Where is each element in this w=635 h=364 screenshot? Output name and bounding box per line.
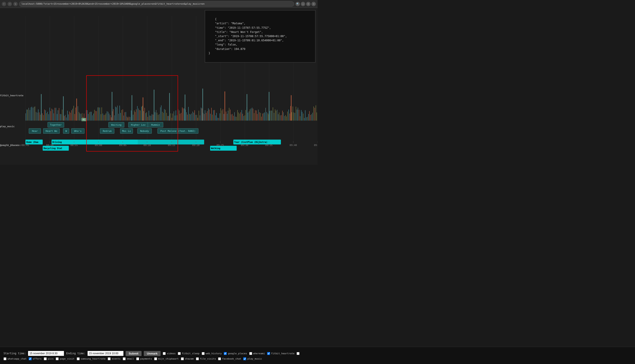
music-pill-heartwo[interactable]: Heart Wo bbox=[43, 128, 60, 134]
hr-bar bbox=[211, 108, 212, 120]
hr-bar bbox=[101, 114, 101, 120]
hr-bar bbox=[286, 116, 287, 120]
music-pill-postmalone[interactable]: Post Malone (feat. RANI) bbox=[157, 128, 198, 134]
hr-bar bbox=[64, 116, 65, 120]
hr-bar bbox=[231, 114, 231, 120]
music-pill-hear[interactable]: Hear bbox=[29, 128, 41, 134]
hr-bar bbox=[234, 112, 235, 120]
hr-bar bbox=[271, 110, 271, 120]
hr-bar bbox=[228, 111, 228, 120]
hr-bar bbox=[73, 106, 74, 120]
hr-bar bbox=[238, 112, 239, 120]
hr-bar bbox=[135, 112, 135, 120]
hr-bar bbox=[301, 110, 301, 121]
hr-bar bbox=[65, 115, 66, 120]
hr-bar bbox=[192, 112, 193, 120]
music-pill-together[interactable]: Together bbox=[48, 122, 64, 128]
hr-bar bbox=[123, 116, 124, 120]
hr-bar bbox=[193, 113, 194, 120]
hr-peak-bar bbox=[225, 92, 225, 120]
grid-line bbox=[74, 16, 74, 147]
hr-bar bbox=[284, 116, 285, 120]
hr-bar bbox=[259, 112, 260, 120]
music-pill-moilo[interactable]: Moi Lo bbox=[120, 128, 133, 134]
hr-bar bbox=[46, 113, 47, 120]
hr-bar bbox=[313, 106, 314, 120]
hr-bar bbox=[155, 112, 155, 120]
hr-bar bbox=[93, 114, 94, 120]
hr-bar bbox=[136, 109, 136, 120]
hr-bar bbox=[205, 110, 205, 120]
hr-bar bbox=[177, 115, 177, 120]
hr-bar bbox=[104, 115, 104, 120]
hr-peak-bar bbox=[247, 94, 247, 120]
browser-icons: 🔍 ★ ⚙ ≡ bbox=[296, 2, 316, 6]
hr-bar bbox=[69, 112, 70, 120]
hr-bar bbox=[191, 114, 192, 120]
hr-bar bbox=[134, 110, 134, 120]
hr-bar bbox=[141, 107, 142, 120]
grid-line bbox=[147, 16, 147, 147]
hr-bar bbox=[220, 113, 220, 120]
hr-bar bbox=[246, 110, 246, 120]
back-button[interactable]: ← bbox=[2, 2, 6, 6]
hr-bar bbox=[56, 108, 56, 120]
music-pill-waiting[interactable]: Waiting bbox=[108, 122, 124, 128]
hr-bar bbox=[80, 113, 80, 120]
hr-bar bbox=[310, 115, 311, 120]
hr-bar bbox=[281, 115, 282, 120]
hr-bar bbox=[197, 115, 197, 120]
hr-bar bbox=[53, 110, 53, 120]
forward-button[interactable]: → bbox=[8, 2, 12, 6]
hr-bar bbox=[290, 114, 290, 120]
hr-bar bbox=[204, 114, 204, 120]
hr-bar bbox=[88, 114, 88, 120]
music-pill-whos[interactable]: Who's bbox=[71, 128, 85, 134]
hr-bar bbox=[298, 108, 298, 120]
hr-bar bbox=[105, 115, 105, 120]
hr-peak-bar bbox=[63, 96, 64, 120]
hr-bar bbox=[61, 114, 61, 120]
hr-bar bbox=[106, 113, 106, 120]
hr-bar bbox=[45, 110, 46, 120]
hr-bar bbox=[158, 115, 158, 120]
hr-bar bbox=[299, 110, 299, 120]
hr-peak-bar bbox=[185, 94, 185, 120]
hr-bar bbox=[174, 111, 174, 120]
music-pill-nobody[interactable]: Nobody bbox=[137, 128, 152, 134]
hr-bar bbox=[304, 118, 305, 120]
time-label: 09:45 bbox=[314, 144, 318, 147]
music-pill-hummin[interactable]: Hummin bbox=[148, 122, 163, 128]
music-pill-redrum[interactable]: Redrum bbox=[100, 128, 114, 134]
hr-bar bbox=[156, 110, 156, 120]
hr-bar bbox=[183, 108, 183, 120]
hr-bar bbox=[297, 110, 297, 120]
hr-bar bbox=[50, 111, 51, 120]
hr-bar bbox=[277, 110, 277, 120]
hr-bar bbox=[146, 112, 147, 120]
hr-bar bbox=[200, 115, 200, 120]
grid-line bbox=[123, 16, 123, 147]
hr-bar bbox=[75, 114, 75, 120]
hr-bar bbox=[230, 110, 231, 120]
hr-bar bbox=[221, 108, 221, 120]
hr-bar bbox=[102, 107, 102, 120]
hr-bar bbox=[129, 116, 129, 120]
hr-bar bbox=[62, 110, 62, 120]
hr-bar bbox=[232, 114, 233, 120]
grid-line bbox=[196, 16, 196, 147]
hr-bar bbox=[31, 107, 31, 120]
url-text: localhost:5000/?start=15+november+2019+8… bbox=[22, 2, 204, 5]
hr-bar bbox=[68, 114, 69, 120]
reload-button[interactable]: ↻ bbox=[13, 2, 18, 6]
hr-bar bbox=[29, 108, 29, 120]
hr-bar bbox=[242, 110, 242, 120]
hr-bar bbox=[165, 110, 166, 120]
hr-bar bbox=[42, 113, 43, 120]
hr-bar bbox=[89, 112, 90, 120]
hr-bar bbox=[282, 111, 283, 120]
music-pill-higherlov[interactable]: Higher Lov bbox=[128, 122, 148, 128]
music-pill-w[interactable]: W bbox=[63, 128, 69, 134]
hr-bar bbox=[151, 116, 151, 120]
url-bar[interactable]: localhost:5000/?start=15+november+2019+8… bbox=[19, 1, 294, 7]
